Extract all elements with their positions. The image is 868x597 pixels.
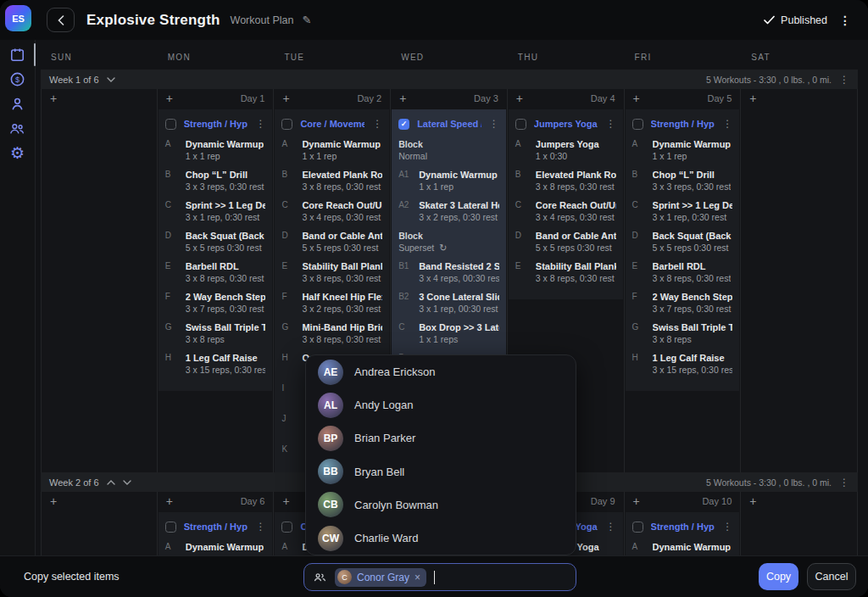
add-workout-button[interactable]: + bbox=[282, 92, 289, 104]
week-menu-icon[interactable]: ⋮ bbox=[839, 477, 849, 488]
exercise-name: Dynamic Warmup bbox=[186, 541, 264, 553]
workout-menu-icon[interactable]: ⋮ bbox=[489, 118, 499, 130]
exercise-row: F2 Way Bench Step Up3 x 7 reps, 0:30 res… bbox=[632, 291, 733, 315]
teams-icon bbox=[8, 120, 26, 137]
workout-menu-icon[interactable]: ⋮ bbox=[606, 521, 616, 533]
exercise-detail: 3 x 1 rep, 0:30 rest bbox=[186, 211, 266, 224]
cancel-button[interactable]: Cancel bbox=[807, 563, 856, 590]
add-workout-button[interactable]: + bbox=[749, 495, 756, 507]
workout-card[interactable]: Strength / Hypertro...⋮ADynamic Warmup1 … bbox=[626, 512, 740, 555]
workout-title[interactable]: Core / Movement Q... bbox=[300, 119, 364, 129]
sidebar-item-billing[interactable]: $ bbox=[7, 70, 29, 88]
add-workout-button[interactable]: + bbox=[633, 495, 640, 507]
day-name-row: SUNMONTUEWEDTHUFRISAT bbox=[41, 40, 858, 70]
week-menu-icon[interactable]: ⋮ bbox=[839, 74, 849, 86]
workout-menu-icon[interactable]: ⋮ bbox=[606, 118, 616, 130]
athlete-list-item[interactable]: AEAndrea Erickson bbox=[306, 355, 576, 388]
workout-card[interactable]: Jumpers Yoga / Core⋮AJumpers Yoga1 x 0:3… bbox=[509, 109, 623, 299]
workout-menu-icon[interactable]: ⋮ bbox=[722, 521, 732, 533]
exercise-body: Box Drop >> 3 Lateral H...1 x 1 reps bbox=[419, 321, 499, 346]
exercise-detail: 3 x 8 reps, 0:30 rest bbox=[536, 272, 616, 285]
publish-status[interactable]: Published bbox=[764, 14, 827, 26]
exercise-name: Sprint >> 1 Leg Declarations bbox=[653, 199, 733, 211]
add-workout-button[interactable]: + bbox=[399, 92, 406, 104]
workout-title[interactable]: Strength / Hypertro... bbox=[651, 119, 715, 129]
athlete-list-item[interactable]: BBBryan Bell bbox=[306, 455, 576, 488]
workout-checkbox[interactable]: ✓ bbox=[398, 119, 409, 130]
edit-title-icon[interactable]: ✎ bbox=[302, 14, 311, 26]
sidebar-item-calendar[interactable] bbox=[7, 46, 29, 64]
assignee-chip[interactable]: C Conor Gray × bbox=[335, 568, 426, 587]
chip-remove-icon[interactable]: × bbox=[415, 572, 420, 583]
exercise-tag: A bbox=[281, 541, 302, 555]
exercise-row: GSwiss Ball Triple Threat3 x 8 reps bbox=[165, 321, 266, 346]
workout-card[interactable]: ✓Lateral Speed / Plyo⋮BlockNormalA1Dynam… bbox=[392, 109, 506, 391]
exercise-detail: 3 x 8 reps bbox=[653, 333, 733, 346]
workout-checkbox[interactable] bbox=[281, 522, 292, 533]
workout-card-header: Strength / Hypertro...⋮ bbox=[632, 516, 733, 537]
add-workout-button[interactable]: + bbox=[50, 495, 57, 507]
back-button[interactable] bbox=[47, 8, 75, 32]
add-workout-button[interactable]: + bbox=[282, 495, 289, 507]
sidebar-item-athletes[interactable] bbox=[7, 95, 29, 113]
add-workout-button[interactable]: + bbox=[166, 495, 173, 507]
workout-title[interactable]: Lateral Speed / Plyo bbox=[417, 119, 481, 129]
sidebar-item-settings[interactable]: ⚙ bbox=[7, 144, 29, 162]
add-workout-button[interactable]: + bbox=[166, 92, 173, 104]
day-name-label: SAT bbox=[741, 53, 858, 62]
athlete-list-item[interactable]: BPBrian Parker bbox=[306, 421, 576, 455]
exercise-row: DBand or Cable Anti-Rotati...5 x 5 reps … bbox=[281, 230, 382, 254]
exercise-tag: A bbox=[632, 541, 653, 555]
week-label: Week 1 of 6 bbox=[49, 75, 99, 85]
day-label: Day 2 bbox=[357, 93, 381, 103]
workout-menu-icon[interactable]: ⋮ bbox=[255, 521, 265, 533]
exercise-name: Stability Ball Plank Linear ... bbox=[536, 260, 616, 272]
workout-checkbox[interactable] bbox=[165, 522, 176, 533]
workout-card[interactable]: Strength / Hypertro...⋮ADynamic Warmup1 … bbox=[159, 109, 273, 391]
header-right: Published ⋮ bbox=[764, 14, 868, 27]
add-workout-button[interactable]: + bbox=[516, 92, 523, 104]
workout-title[interactable]: Strength / Hypertro... bbox=[651, 522, 715, 532]
workout-card[interactable]: Strength / Hypertro...⋮ADynamic Warmup1 … bbox=[159, 512, 273, 555]
assignee-input[interactable]: C Conor Gray × bbox=[303, 563, 576, 591]
week-collapse-down-button[interactable] bbox=[107, 77, 115, 82]
workout-checkbox[interactable] bbox=[515, 119, 526, 130]
workout-checkbox[interactable] bbox=[281, 119, 292, 130]
workout-title[interactable]: Strength / Hypertro... bbox=[184, 119, 248, 129]
week-collapse-down-button[interactable] bbox=[123, 480, 131, 485]
exercise-name: Core Reach Out/Under bbox=[302, 199, 382, 211]
workout-title[interactable]: Jumpers Yoga / Core bbox=[534, 119, 598, 129]
exercise-row: ADynamic Warmup1 x 1 rep bbox=[632, 541, 733, 555]
workout-title[interactable]: Strength / Hypertro... bbox=[184, 522, 248, 532]
app-logo[interactable]: ES bbox=[5, 5, 31, 31]
day-column-header: +Day 1 bbox=[158, 89, 274, 108]
exercise-tag: C bbox=[165, 199, 186, 224]
exercise-body: Back Squat (Back Off Set)5 x 5 reps 0:30… bbox=[653, 230, 733, 254]
athlete-list-item[interactable]: ALAndy Logan bbox=[306, 388, 576, 421]
workout-card[interactable]: Strength / Hypertro...⋮ADynamic Warmup1 … bbox=[626, 109, 740, 391]
exercise-name: Elevated Plank Row bbox=[302, 169, 382, 181]
exercise-row: EStability Ball Plank Linear ...3 x 8 re… bbox=[515, 260, 616, 285]
add-workout-button[interactable]: + bbox=[749, 92, 756, 104]
athlete-list-item[interactable]: CBCarolyn Bowman bbox=[306, 488, 576, 522]
copy-button[interactable]: Copy bbox=[759, 563, 798, 590]
exercise-tag: D bbox=[165, 230, 186, 254]
workout-menu-icon[interactable]: ⋮ bbox=[255, 118, 265, 130]
exercise-tag: A bbox=[281, 138, 302, 163]
week-collapse-up-button[interactable] bbox=[107, 480, 115, 485]
exercise-body: Elevated Plank Row3 x 8 reps, 0:30 rest bbox=[302, 169, 382, 193]
block-mode: Superset↻ bbox=[398, 242, 499, 254]
workout-menu-icon[interactable]: ⋮ bbox=[372, 118, 382, 130]
day-label: Day 9 bbox=[591, 496, 615, 506]
workout-checkbox[interactable] bbox=[632, 522, 643, 533]
action-buttons: Copy Cancel bbox=[759, 563, 856, 590]
add-workout-button[interactable]: + bbox=[633, 92, 640, 104]
header-menu-icon[interactable]: ⋮ bbox=[834, 14, 856, 27]
workout-menu-icon[interactable]: ⋮ bbox=[722, 118, 732, 130]
workout-checkbox[interactable] bbox=[632, 119, 643, 130]
exercise-body: Back Squat (Back Off Set)5 x 5 reps 0:30… bbox=[186, 230, 266, 254]
workout-checkbox[interactable] bbox=[165, 119, 176, 130]
sidebar-item-teams[interactable] bbox=[7, 120, 29, 137]
add-workout-button[interactable]: + bbox=[50, 92, 57, 104]
athlete-list-item[interactable]: CWCharlie Ward bbox=[306, 522, 576, 555]
